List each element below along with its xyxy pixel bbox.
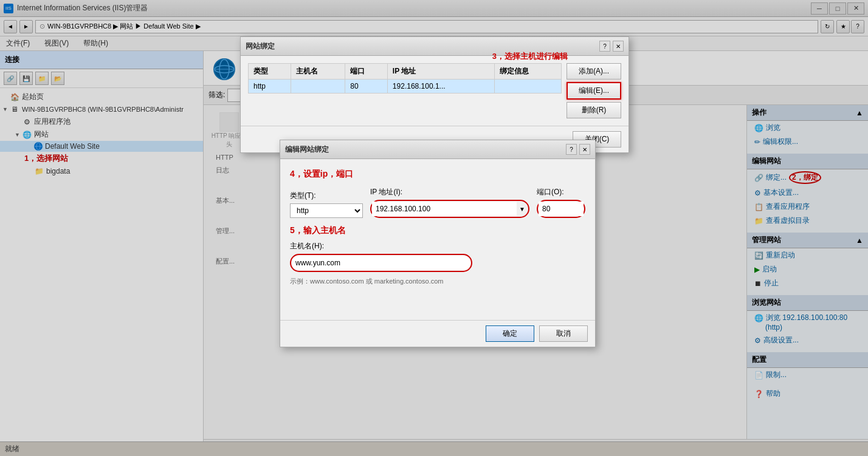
port-group: 端口(O): — [537, 187, 585, 218]
binding-table: 类型 主机名 端口 IP 地址 绑定信息 http 80 — [248, 63, 562, 94]
form-row-hostname: 主机名(H): — [290, 241, 585, 272]
edit-binding-label: 编辑(E)... — [579, 86, 609, 95]
add-binding-btn[interactable]: 添加(A)... — [567, 63, 621, 80]
form-row-top: 类型(T): http https IP 地址(I): ▼ 端口(O): — [290, 187, 585, 218]
remove-binding-btn[interactable]: 删除(R) — [567, 102, 621, 118]
edit-binding-dialog: 编辑网站绑定 ? ✕ 4，设置ip，端口 类型(T): http https — [280, 140, 596, 347]
binding-action-btns: 添加(A)... 编辑(E)... 删除(R) — [567, 63, 621, 118]
cancel-label: 取消 — [556, 329, 571, 338]
ip-dropdown-arrow[interactable]: ▼ — [517, 206, 528, 213]
window-root: IIS Internet Information Services (IIS)管… — [0, 0, 868, 456]
binding-host — [291, 80, 345, 94]
annotation-edit-host: 3，选择主机进行编辑 — [492, 51, 568, 62]
col-host: 主机名 — [291, 64, 345, 80]
binding-dialog: 网站绑定 ? ✕ 3，选择主机进行编辑 类型 主机名 端 — [240, 36, 629, 153]
type-group: 类型(T): http https — [290, 191, 363, 218]
binding-dialog-title-bar: 网站绑定 ? ✕ — [241, 37, 629, 56]
binding-dialog-title: 网站绑定 — [246, 41, 275, 52]
annotation-enter-hostname: 5，输入主机名 — [290, 225, 585, 236]
ip-group: IP 地址(I): ▼ — [370, 187, 529, 218]
binding-dialog-help[interactable]: ? — [599, 41, 610, 52]
col-port: 端口 — [345, 64, 388, 80]
type-label: 类型(T): — [290, 191, 363, 201]
edit-dialog-title-bar: 编辑网站绑定 ? ✕ — [280, 140, 595, 159]
ip-input[interactable] — [372, 202, 517, 216]
port-input[interactable] — [539, 202, 584, 216]
binding-ip: 192.168.100.1... — [387, 80, 494, 94]
binding-port: 80 — [345, 80, 388, 94]
col-info: 绑定信息 — [494, 64, 561, 80]
add-binding-label: 添加(A)... — [579, 67, 609, 75]
edit-dialog-title: 编辑网站绑定 — [285, 145, 329, 155]
edit-dialog-close[interactable]: ✕ — [579, 144, 590, 155]
host-label: 主机名(H): — [290, 241, 585, 251]
edit-binding-btn[interactable]: 编辑(E)... — [567, 82, 621, 100]
col-type: 类型 — [249, 64, 291, 80]
hostname-hint: 示例：www.contoso.com 或 marketing.contoso.c… — [290, 277, 585, 286]
cancel-button[interactable]: 取消 — [539, 325, 588, 342]
binding-info — [494, 80, 561, 94]
binding-dialog-content: 3，选择主机进行编辑 类型 主机名 端口 IP 地址 绑定信息 — [241, 56, 629, 126]
binding-row-1[interactable]: http 80 192.168.100.1... — [249, 80, 562, 94]
col-ip: IP 地址 — [387, 64, 494, 80]
ok-label: 确定 — [503, 329, 517, 338]
edit-dialog-help[interactable]: ? — [566, 144, 577, 155]
host-input[interactable] — [292, 256, 470, 270]
annotation-set-ip-port: 4，设置ip，端口 — [290, 169, 585, 180]
port-label: 端口(O): — [537, 187, 585, 197]
ip-label: IP 地址(I): — [370, 187, 529, 197]
binding-type: http — [249, 80, 291, 94]
binding-dialog-close[interactable]: ✕ — [613, 41, 624, 52]
remove-binding-label: 删除(R) — [582, 106, 607, 114]
edit-dialog-footer: 确定 取消 — [280, 320, 595, 347]
ok-button[interactable]: 确定 — [486, 325, 534, 342]
edit-dialog-content: 4，设置ip，端口 类型(T): http https IP 地址(I): ▼ — [280, 159, 595, 296]
type-select[interactable]: http https — [290, 203, 363, 218]
